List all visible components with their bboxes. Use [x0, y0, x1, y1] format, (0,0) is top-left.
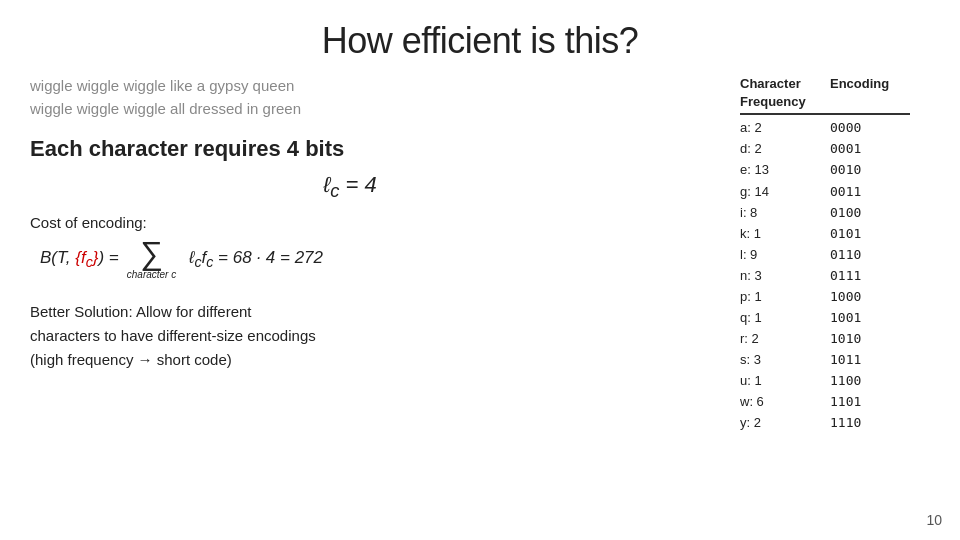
table-row: p: 1 — [740, 286, 830, 307]
table-row: q: 1 — [740, 307, 830, 328]
table-row: e: 13 — [740, 159, 830, 180]
cost-label: Cost of encoding: — [30, 214, 670, 231]
lyric-text: wiggle wiggle wiggle like a gypsy queen … — [30, 75, 670, 120]
table-header: CharacterFrequency Encoding — [740, 75, 930, 111]
left-column: wiggle wiggle wiggle like a gypsy queen … — [30, 75, 670, 372]
lc-formula: ℓc = 4 — [30, 172, 670, 202]
col-char-freq-header: CharacterFrequency — [740, 75, 830, 111]
table-body: a: 2d: 2e: 13g: 14i: 8k: 1l: 9n: 3p: 1q:… — [740, 113, 930, 433]
table-row: w: 6 — [740, 391, 830, 412]
cost-formula-block: B(T, {fc}) = ∑ character c ℓcfc = 68 · 4… — [30, 237, 670, 280]
table-row: g: 14 — [740, 181, 830, 202]
character-bits-label: Each character requires 4 bits — [30, 136, 670, 162]
table-row: k: 1 — [740, 223, 830, 244]
summation-symbol: ∑ character c — [127, 237, 176, 280]
encoding-row: 0000 — [830, 117, 910, 138]
encoding-row: 0110 — [830, 244, 910, 265]
encoding-row: 1100 — [830, 370, 910, 391]
table-row: n: 3 — [740, 265, 830, 286]
encoding-row: 1110 — [830, 412, 910, 433]
table-row: r: 2 — [740, 328, 830, 349]
encoding-row: 0010 — [830, 159, 910, 180]
lc-equation: ℓc = 4 — [323, 172, 377, 202]
table-row: d: 2 — [740, 138, 830, 159]
encoding-row: 1000 — [830, 286, 910, 307]
encoding-table: CharacterFrequency Encoding a: 2d: 2e: 1… — [740, 75, 930, 433]
table-row: s: 3 — [740, 349, 830, 370]
encoding-row: 0111 — [830, 265, 910, 286]
col-encoding-header: Encoding — [830, 75, 910, 111]
encoding-column: 0000000100100011010001010110011110001001… — [830, 113, 910, 433]
table-row: i: 8 — [740, 202, 830, 223]
encoding-row: 0101 — [830, 223, 910, 244]
table-row: y: 2 — [740, 412, 830, 433]
char-freq-column: a: 2d: 2e: 13g: 14i: 8k: 1l: 9n: 3p: 1q:… — [740, 113, 830, 433]
encoding-row: 1011 — [830, 349, 910, 370]
page-number: 10 — [926, 512, 942, 528]
table-row: l: 9 — [740, 244, 830, 265]
table-row: u: 1 — [740, 370, 830, 391]
encoding-row: 0011 — [830, 181, 910, 202]
table-row: a: 2 — [740, 117, 830, 138]
encoding-row: 1010 — [830, 328, 910, 349]
better-solution-text: Better Solution: Allow for different cha… — [30, 300, 670, 372]
encoding-row: 1101 — [830, 391, 910, 412]
page-title: How efficient is this? — [30, 20, 930, 62]
main-page: How efficient is this? wiggle wiggle wig… — [0, 0, 960, 540]
encoding-row: 0001 — [830, 138, 910, 159]
encoding-row: 0100 — [830, 202, 910, 223]
encoding-row: 1001 — [830, 307, 910, 328]
